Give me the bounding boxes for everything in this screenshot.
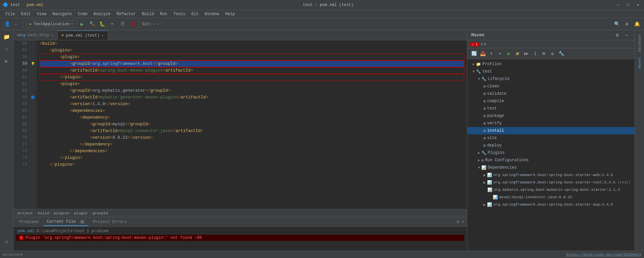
left-sidebar: 📁 ✍ ▶ ≡ <box>0 30 13 251</box>
account-button[interactable]: 👤 <box>3 20 11 29</box>
line-num-65: 65 <box>13 101 27 108</box>
profiles-label: Profiles <box>482 62 502 67</box>
tree-dep-starter-web[interactable]: ▶ 📊 org.springframework.boot:spring-boot… <box>467 171 635 179</box>
tab-current-file[interactable]: Current File 1 <box>44 218 89 226</box>
menu-refactor[interactable]: Refactor <box>114 11 139 17</box>
run-button[interactable]: ▶ <box>78 20 87 29</box>
maven-settings-icon[interactable]: ⚙ <box>613 31 621 39</box>
run-configs-arrow-icon: ▶ <box>478 158 480 162</box>
tree-dep-mysql[interactable]: 📊 mysql:mysql-connector-java:8.0.22 <box>467 194 635 201</box>
tree-test[interactable]: ⚙ test <box>467 105 635 112</box>
tree-dep-starter-test[interactable]: ▶ 📊 org.springframework.boot:spring-boot… <box>467 179 635 186</box>
maven-run-icon[interactable]: ▶ <box>505 50 513 58</box>
menu-file[interactable]: File <box>3 11 18 17</box>
line-numbers: 56 57 58 59 60 61 62 63 64 65 66 67 68 6… <box>13 40 30 209</box>
run-config-selector[interactable]: ▶ TestApplication ▾ <box>26 20 76 28</box>
menu-code[interactable]: Code <box>75 11 90 17</box>
tree-validate[interactable]: ⚙ validate <box>467 90 635 97</box>
menu-edit[interactable]: Edit <box>18 11 34 17</box>
tree-dep-aop[interactable]: ▶ 📊 org.springframework.boot:spring-boot… <box>467 201 635 208</box>
search-button[interactable]: 🔍 <box>612 20 621 29</box>
maximize-button[interactable]: □ <box>623 0 633 10</box>
sidebar-tab-database[interactable]: Database <box>636 32 643 55</box>
stop-button[interactable]: ⏹ <box>128 20 137 29</box>
dep-starter-test-expand: ▶ <box>483 180 486 185</box>
maven-wrench-icon[interactable]: 🔧 <box>557 50 565 58</box>
tab-xml-close[interactable]: ✕ <box>102 34 104 38</box>
main-content: 📁 ✍ ▶ ≡ http test.http ✕ m pom.xml (test… <box>0 30 644 251</box>
plugins-arrow-icon: ▶ <box>478 151 480 155</box>
close-button[interactable]: ✕ <box>633 0 643 10</box>
minimize-button[interactable]: ─ <box>613 0 623 10</box>
menu-help[interactable]: Help <box>222 11 237 17</box>
status-url[interactable]: https://blog.csdn.net/qzw752890913 <box>566 253 641 257</box>
maven-skip-icon[interactable]: ⏭ <box>522 50 530 58</box>
sidebar-tab-maven[interactable]: Maven <box>636 55 643 71</box>
build-button[interactable]: 🔨 <box>88 20 97 29</box>
tree-compile[interactable]: ⚙ compile <box>467 97 635 105</box>
menu-git[interactable]: Git <box>189 11 202 17</box>
tree-install[interactable]: ⚙ install <box>467 127 635 134</box>
sidebar-structure-icon[interactable]: ≡ <box>1 237 12 248</box>
tab-test-http[interactable]: http test.http ✕ <box>13 31 58 40</box>
problems-settings-icon[interactable]: ⚙ <box>457 219 459 224</box>
debug-button[interactable]: 🐛 <box>98 20 107 29</box>
maven-info-icon[interactable]: ℹ <box>531 50 539 58</box>
problems-close-icon[interactable]: ✕ <box>462 219 464 224</box>
maven-reimport-icon[interactable]: 📥 <box>479 50 487 58</box>
back-button[interactable]: ← <box>12 20 21 29</box>
breadcrumb-plugins[interactable]: plugins <box>54 211 69 215</box>
maven-diff-icon[interactable]: ⇅ <box>548 50 556 58</box>
title-bar-center: test - pom.xml (test) <box>43 3 613 7</box>
sidebar-project-icon[interactable]: 📁 <box>1 32 12 42</box>
tree-lifecycle[interactable]: ▼ 🔧 Lifecycle <box>467 75 635 83</box>
maven-collapse-icon[interactable]: ─ <box>623 31 631 39</box>
maven-download-icon[interactable]: ⬇ <box>487 50 495 58</box>
sidebar-commit-icon[interactable]: ✍ <box>1 44 12 54</box>
tree-verify[interactable]: ⚙ verify <box>467 120 635 127</box>
menu-run[interactable]: Run <box>157 11 170 17</box>
breadcrumb-plugin[interactable]: plugin <box>74 211 88 215</box>
menu-window[interactable]: Window <box>202 11 222 17</box>
line-num-58: 58 <box>13 54 27 60</box>
tab-bar: http test.http ✕ m pom.xml (test) ✕ <box>13 30 467 40</box>
tab-pom-xml[interactable]: m pom.xml (test) ✕ <box>58 31 108 40</box>
line-num-70: 70 <box>13 134 27 141</box>
breadcrumb-groupId[interactable]: groupId <box>93 211 108 215</box>
code-content[interactable]: <build> <plugins> <plugin> <groupId>org.… <box>37 40 467 209</box>
breadcrumb-build[interactable]: build <box>38 211 49 215</box>
coverage-button[interactable]: ☂ <box>108 20 117 29</box>
sidebar-run-icon[interactable]: ▶ <box>1 56 12 67</box>
profile-button[interactable]: ⏱ <box>118 20 127 29</box>
maven-layout-icon[interactable]: ⊞ <box>540 50 548 58</box>
menu-analyze[interactable]: Analyze <box>91 11 113 17</box>
maven-m-icon[interactable]: m <box>514 50 522 58</box>
problem-filename[interactable]: pom.xml <box>17 229 34 233</box>
menu-build[interactable]: Build <box>139 11 157 17</box>
maven-add-icon[interactable]: + <box>496 50 504 58</box>
settings-button[interactable]: ⚙ <box>623 20 631 29</box>
tree-clean[interactable]: ⚙ clean <box>467 83 635 90</box>
tree-run-configs[interactable]: ▶ ⚙ Run Configurations <box>467 157 635 164</box>
notifications-button[interactable]: 🔔 <box>633 20 641 29</box>
maven-counter-up[interactable]: ∧ <box>481 42 483 47</box>
maven-refresh-icon[interactable]: 🔄 <box>470 50 478 58</box>
menu-tools[interactable]: Tools <box>171 11 188 17</box>
tree-plugins[interactable]: ▶ 🔧 Plugins <box>467 149 635 157</box>
tree-package[interactable]: ⚙ package <box>467 112 635 120</box>
tree-profiles[interactable]: ▶ 📁 Profiles <box>467 60 635 68</box>
dep-mybatis-label: org.mybatis.spring.boot:mybatis-spring-b… <box>494 188 620 192</box>
tree-site[interactable]: ⚙ site <box>467 134 635 142</box>
maven-counter-down[interactable]: ∨ <box>484 42 486 47</box>
tree-deploy[interactable]: ⚙ deploy <box>467 142 635 149</box>
problems-content: pom.xml D:\JavaProjects\test 1 problem !… <box>13 227 467 251</box>
breadcrumb-project[interactable]: project <box>17 211 33 215</box>
menu-view[interactable]: View <box>34 11 49 17</box>
tree-test-module[interactable]: ▼ 🔧 test <box>467 68 635 75</box>
tab-project-errors[interactable]: Project Errors <box>90 218 130 226</box>
tree-dep-mybatis[interactable]: 📊 org.mybatis.spring.boot:mybatis-spring… <box>467 186 635 194</box>
tree-dependencies[interactable]: ▼ 📊 Dependencies <box>467 164 635 171</box>
menu-navigate[interactable]: Navigate <box>50 11 74 17</box>
tab-http-close[interactable]: ✕ <box>51 33 53 37</box>
tab-problems[interactable]: Problems <box>16 218 42 226</box>
